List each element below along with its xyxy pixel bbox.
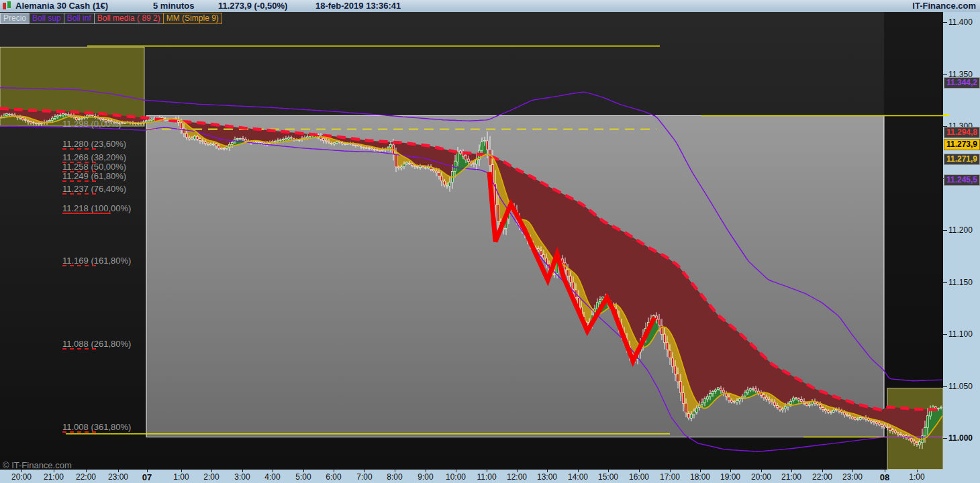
legend-button-boll-sup[interactable]: Boll sup xyxy=(29,13,64,24)
price-tick-label: 11.100 xyxy=(948,329,973,339)
fibonacci-level-label[interactable]: 11.258 (50,00%) xyxy=(62,162,126,172)
price-tick-label: 11.200 xyxy=(948,225,973,235)
price-badge: 11.344,2 xyxy=(944,77,980,89)
instrument-name: Alemania 30 Cash (1€) xyxy=(15,1,108,11)
price-tick-label: 11.000 xyxy=(948,433,973,443)
price-tick-label: 11.150 xyxy=(948,278,973,287)
time-tick-label: 23:00 xyxy=(108,472,128,482)
fibonacci-level-line xyxy=(62,431,96,433)
chart-canvas[interactable] xyxy=(0,12,943,470)
price-tick-label: 11.400 xyxy=(948,17,973,27)
fibonacci-level-label[interactable]: 11.169 (161,80%) xyxy=(62,256,131,266)
price-badge: 11.271,9 xyxy=(944,154,980,165)
fibonacci-level-label[interactable]: 11.088 (261,80%) xyxy=(62,339,131,349)
fibonacci-level-label[interactable]: 11.218 (100,00%) xyxy=(62,203,131,213)
fibonacci-level-label[interactable]: 11.298 (0,00%) xyxy=(62,119,121,129)
time-tick-label: 2:00 xyxy=(203,472,219,482)
price-tick-mark xyxy=(943,74,947,75)
time-tick-label: 12:00 xyxy=(507,472,527,482)
time-axis[interactable]: 20:0021:0022:0023:00071:002:003:004:005:… xyxy=(0,470,980,483)
fibonacci-level-line xyxy=(62,193,96,195)
time-tick-label: 19:00 xyxy=(720,472,740,482)
time-tick-label: 22:00 xyxy=(812,472,832,482)
time-tick-label: 8:00 xyxy=(387,472,402,482)
time-tick-label: 4:00 xyxy=(264,472,280,482)
candlestick-logo-icon xyxy=(3,3,6,9)
time-tick-label: 07 xyxy=(142,472,152,482)
time-tick-label: 14:00 xyxy=(568,472,588,482)
time-tick-label: 1:00 xyxy=(173,472,189,482)
time-tick-label: 3:00 xyxy=(234,472,250,482)
legend-button-precio[interactable]: Precio xyxy=(0,13,30,24)
price-tick-mark xyxy=(943,230,947,231)
time-tick-label: 20:00 xyxy=(11,472,32,482)
price-chart[interactable]: © IT-Finance.com 11.298 (0,00%)11.280 (2… xyxy=(0,12,943,470)
last-update-time: 18-feb-2019 13:36:41 xyxy=(315,1,401,11)
time-tick-label: 6:00 xyxy=(326,472,341,482)
fibonacci-level-label[interactable]: 11.008 (361,80%) xyxy=(62,422,131,432)
trading-platform: Alemania 30 Cash (1€) 5 minutos 11.273,9… xyxy=(0,0,980,483)
time-tick-label: 9:00 xyxy=(418,472,433,482)
fibonacci-level-line xyxy=(62,265,96,266)
legend-button-boll-media-89-2[interactable]: Boll media ( 89 2) xyxy=(94,13,164,24)
fibonacci-level-label[interactable]: 11.268 (38,20%) xyxy=(62,152,126,162)
price-axis[interactable]: 11.40011.35011.30011.25011.20011.15011.1… xyxy=(943,12,980,470)
price-tick-mark xyxy=(943,282,947,283)
price-badge: 11.245,5 xyxy=(944,174,980,186)
price-badge: 11.273,9 xyxy=(944,139,980,150)
time-tick-label: 18:00 xyxy=(690,472,710,482)
price-tick-label: 11.050 xyxy=(948,382,973,391)
time-tick-label: 16:00 xyxy=(629,472,649,482)
time-tick-label: 23:00 xyxy=(842,472,863,482)
time-tick-label: 7:00 xyxy=(356,472,372,482)
price-tick-mark xyxy=(943,22,947,23)
time-tick-label: 08 xyxy=(880,472,889,482)
time-tick-label: 20:00 xyxy=(751,472,771,482)
title-bar: Alemania 30 Cash (1€) 5 minutos 11.273,9… xyxy=(0,0,980,12)
price-badge: 11.294,8 xyxy=(944,127,980,138)
fibonacci-level-label[interactable]: 11.237 (76,40%) xyxy=(62,184,126,194)
time-tick-label: 1:00 xyxy=(909,472,924,482)
fibonacci-level-label[interactable]: 11.280 (23,60%) xyxy=(62,139,126,149)
fibonacci-level-line xyxy=(62,180,96,182)
yellow-level-tick xyxy=(943,114,949,116)
fibonacci-level-line xyxy=(62,148,96,150)
watermark: © IT-Finance.com xyxy=(3,460,72,470)
price-tick-mark xyxy=(943,386,947,387)
price-tick-mark xyxy=(943,334,947,335)
legend-button-boll-inf[interactable]: Boll inf xyxy=(64,13,95,24)
brand-logo: IT-Finance.com xyxy=(912,1,976,11)
time-tick-label: 11:00 xyxy=(477,472,496,482)
time-tick-label: 22:00 xyxy=(76,472,96,482)
time-tick-label: 10:00 xyxy=(446,472,466,482)
time-tick-label: 21:00 xyxy=(44,472,64,482)
fibonacci-level-label[interactable]: 11.249 (61,80%) xyxy=(62,171,126,181)
time-tick-label: 21:00 xyxy=(781,472,801,482)
legend-button-mm-simple-9[interactable]: MM (Simple 9) xyxy=(163,13,222,24)
time-tick-label: 13:00 xyxy=(537,472,557,482)
timeframe-label: 5 minutos xyxy=(153,1,194,11)
fibonacci-level-line xyxy=(62,348,96,350)
time-tick-label: 5:00 xyxy=(295,472,311,482)
price-tick-mark xyxy=(943,438,947,439)
indicator-legend: PrecioBoll supBoll infBoll media ( 89 2)… xyxy=(1,13,222,24)
fibonacci-level-line xyxy=(62,213,111,214)
time-tick-label: 15:00 xyxy=(598,472,618,482)
time-tick-label: 17:00 xyxy=(660,472,680,482)
last-quote: 11.273,9 (-0,50%) xyxy=(218,1,287,11)
candlestick-logo-icon xyxy=(7,1,11,8)
